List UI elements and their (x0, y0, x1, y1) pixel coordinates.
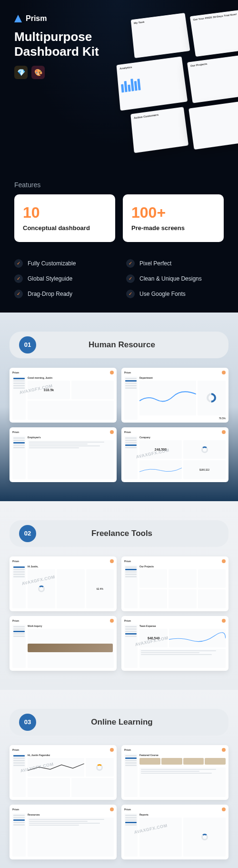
screenshot: Prism Good morning, Justin 310.5k AVAXGF… (10, 368, 117, 423)
features-label: Features (0, 172, 238, 194)
screenshot-grid: Prism Hi Justin, 62.4% AVAXGFX.COM Prism… (10, 556, 228, 671)
section-header: 02 Freelance Tools (10, 520, 228, 547)
list-item: ✓Use Google Fonts (126, 290, 224, 298)
avatar (222, 430, 226, 434)
feature-list: ✓Fully Customizable ✓Pixel Perfect ✓Glob… (0, 252, 238, 313)
screenshot: Prism Hi Justin, 62.4% AVAXGFX.COM (10, 556, 117, 611)
section-hr: 01 Human Resource Prism Good morning, Ju… (0, 313, 238, 501)
section-number: 01 (19, 336, 36, 353)
section-title: Freelance Tools (44, 529, 200, 538)
section-freelance: 02 Freelance Tools Prism Hi Justin, 62.4… (0, 501, 238, 690)
avatar (110, 807, 114, 811)
screenshot-grid: Prism Good morning, Justin 310.5k AVAXGF… (10, 368, 228, 482)
screenshot: Prism Hi, Justin Fagundez AVAXGFX.COM (10, 745, 117, 800)
check-icon: ✓ (126, 259, 135, 268)
avatar (110, 371, 114, 374)
screenshot: Prism Featured Course (121, 745, 228, 800)
screenshot-grid: Prism Hi, Justin Fagundez AVAXGFX.COM Pr… (10, 745, 228, 859)
check-icon: ✓ (14, 290, 23, 298)
donut-chart (205, 391, 218, 404)
list-item: ✓Fully Customizable (14, 259, 112, 268)
screenshot: Prism Team Expense $40,540 AVAXGFX.COM (121, 616, 228, 671)
screenshot: Prism Work Inquiry (10, 616, 117, 671)
figma-icon: 🎨 (31, 66, 45, 79)
check-icon: ✓ (126, 274, 135, 283)
stat-number: 100+ (131, 204, 215, 222)
avatar (110, 559, 114, 563)
feature-card-1: 10 Conceptual dashboard (14, 194, 115, 242)
sketch-icon: 💎 (14, 66, 28, 79)
avatar (222, 748, 226, 752)
avatar (110, 430, 114, 434)
avatar (110, 748, 114, 752)
brand-name: Prism (26, 14, 47, 23)
mockup-collage: My Task Get Your FREE 30-Days Trial Now!… (117, 3, 238, 172)
avatar (110, 619, 114, 623)
screenshot: Prism Employee's (10, 427, 117, 482)
list-item: ✓Clean & Unique Designs (126, 274, 224, 283)
section-learning: 03 Online Learning Prism Hi, Justin Fagu… (0, 690, 238, 868)
check-icon: ✓ (14, 274, 23, 283)
check-icon: ✓ (14, 259, 23, 268)
avatar (222, 559, 226, 563)
section-title: Online Learning (44, 717, 200, 727)
list-item: ✓Drag-Drop Ready (14, 290, 112, 298)
feature-card-2: 100+ Pre-made screens (123, 194, 224, 242)
section-header: 03 Online Learning (10, 709, 228, 736)
avatar (222, 619, 226, 623)
stat-number: 10 (23, 204, 107, 222)
list-item: ✓Pixel Perfect (126, 259, 224, 268)
screenshot: Prism Department 79.5% (121, 368, 228, 423)
check-icon: ✓ (126, 290, 135, 298)
avatar (222, 807, 226, 811)
screenshot: Prism Resources (10, 805, 117, 859)
hero-section: Prism Multipurpose Dashboard Kit 💎 🎨 My … (0, 0, 238, 172)
section-number: 02 (19, 525, 36, 542)
avatar (222, 371, 226, 374)
screenshot: Prism Our Projects (121, 556, 228, 611)
list-item: ✓Global Styleguide (14, 274, 112, 283)
screenshot: Prism Reports AVAXGFX.COM (121, 805, 228, 859)
feature-cards: 10 Conceptual dashboard 100+ Pre-made sc… (0, 194, 238, 252)
section-number: 03 (19, 714, 36, 731)
section-header: 01 Human Resource (10, 332, 228, 358)
prism-icon (14, 15, 22, 22)
section-title: Human Resource (44, 340, 200, 350)
screenshot: Prism Company 248,500 $180,322 AVAXGFX.C… (121, 427, 228, 482)
